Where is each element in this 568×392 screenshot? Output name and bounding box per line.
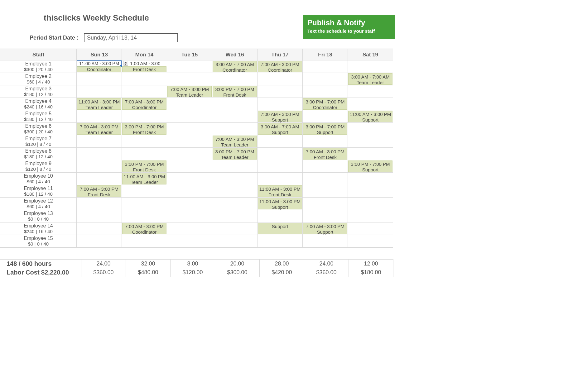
schedule-cell[interactable]	[167, 160, 212, 173]
schedule-cell[interactable]	[348, 210, 393, 222]
schedule-cell[interactable]	[212, 210, 258, 222]
schedule-cell[interactable]	[77, 173, 122, 185]
shift-block[interactable]: 11:00 AM - 3:00 PMTeam Leader	[122, 173, 166, 184]
schedule-cell[interactable]	[167, 185, 212, 198]
schedule-cell[interactable]	[303, 85, 348, 98]
shift-block[interactable]: 7:00 AM - 3:00 PMFront Desk	[303, 148, 347, 160]
shift-block[interactable]: 3:00 PM - 7:00 PMFront Desk	[213, 86, 257, 97]
schedule-cell[interactable]	[303, 173, 348, 185]
schedule-cell[interactable]	[122, 73, 167, 85]
schedule-cell[interactable]	[212, 110, 258, 123]
schedule-cell[interactable]	[348, 60, 393, 73]
shift-block[interactable]: 7:00 AM - 3:00 PMCoordinator	[258, 61, 302, 72]
schedule-cell[interactable]	[77, 148, 122, 160]
schedule-cell[interactable]	[77, 198, 122, 210]
publish-notify-button[interactable]: Publish & Notify Text the schedule to yo…	[303, 15, 395, 39]
schedule-cell[interactable]	[348, 148, 393, 160]
shift-block[interactable]: 7:00 AM - 3:00 PMTeam Leader	[167, 86, 212, 97]
schedule-cell[interactable]	[212, 160, 258, 173]
schedule-cell[interactable]: 3:00 PM - 7:00 PMSupport	[348, 160, 393, 173]
schedule-cell[interactable]	[77, 135, 122, 148]
shift-block[interactable]: 7:00 AM - 3:00 PMCoordinator	[122, 98, 166, 110]
schedule-cell[interactable]: 7:00 AM - 3:00 PMCoordinator	[258, 60, 303, 73]
schedule-cell[interactable]	[167, 148, 212, 160]
schedule-cell[interactable]	[77, 222, 122, 235]
schedule-cell[interactable]	[212, 185, 258, 198]
schedule-cell[interactable]	[303, 60, 348, 73]
schedule-cell[interactable]	[348, 185, 393, 198]
schedule-cell[interactable]: 11:00 AM - 3:00 PMSupport	[348, 110, 393, 123]
shift-block[interactable]: 7:00 AM - 3:00 PMTeam Leader	[77, 123, 121, 135]
schedule-cell[interactable]	[303, 73, 348, 85]
schedule-cell[interactable]: 7:00 AM - 3:00 PMSupport	[258, 110, 303, 123]
schedule-cell[interactable]: 11:00 AM - 3:00 PMSupport	[258, 198, 303, 210]
stepper-icon[interactable]	[123, 61, 128, 66]
schedule-cell[interactable]	[167, 222, 212, 235]
shift-block[interactable]: 3:00 PM - 7:00 PMCoordinator	[303, 98, 347, 110]
formula-cell[interactable]: 1:00 AM - 3:00 PM	[122, 60, 167, 66]
schedule-cell[interactable]	[348, 135, 393, 148]
schedule-cell[interactable]	[212, 73, 258, 85]
schedule-cell[interactable]	[122, 135, 167, 148]
schedule-cell[interactable]: 7:00 AM - 3:00 PMCoordinator	[122, 222, 167, 235]
shift-block[interactable]: 11:00 AM - 3:00 PMTeam Leader	[77, 98, 121, 110]
shift-block[interactable]: 3:00 AM - 7:00 AMCoordinator	[213, 61, 257, 72]
schedule-cell[interactable]: 3:00 PM - 7:00 PMFront Desk	[122, 123, 167, 135]
schedule-cell[interactable]	[122, 85, 167, 98]
schedule-cell[interactable]	[167, 198, 212, 210]
schedule-cell[interactable]: 3:00 AM - 7:00 AMSupport	[258, 123, 303, 135]
schedule-cell[interactable]	[167, 135, 212, 148]
schedule-cell[interactable]	[348, 198, 393, 210]
schedule-cell[interactable]	[167, 210, 212, 222]
shift-block[interactable]: Coordinator	[77, 66, 121, 72]
schedule-cell[interactable]: 11:00 AM - 3:00 PMTeam Leader	[77, 98, 122, 110]
schedule-cell[interactable]	[167, 98, 212, 110]
schedule-cell[interactable]	[122, 235, 167, 247]
schedule-cell[interactable]	[167, 235, 212, 247]
schedule-cell[interactable]	[303, 198, 348, 210]
schedule-cell[interactable]: Support	[258, 222, 303, 235]
schedule-cell[interactable]: 3:00 PM - 7:00 PMCoordinator	[303, 98, 348, 110]
schedule-cell[interactable]	[303, 185, 348, 198]
schedule-cell[interactable]	[348, 85, 393, 98]
shift-block[interactable]: 3:00 AM - 7:00 AMTeam Leader	[348, 73, 392, 85]
schedule-cell[interactable]	[303, 235, 348, 247]
schedule-cell[interactable]	[303, 135, 348, 148]
shift-block[interactable]: 3:00 PM - 7:00 PMFront Desk	[122, 123, 166, 135]
shift-block[interactable]: 7:00 AM - 3:00 PMTeam Leader	[213, 136, 257, 147]
schedule-cell[interactable]: 7:00 AM - 3:00 PMTeam Leader	[77, 123, 122, 135]
schedule-cell[interactable]: 11:00 AM - 3:00 PMTeam Leader	[122, 173, 167, 185]
schedule-cell[interactable]	[348, 235, 393, 247]
schedule-cell[interactable]	[258, 173, 303, 185]
schedule-cell[interactable]	[212, 123, 258, 135]
shift-block[interactable]: 11:00 AM - 3:00 PMSupport	[258, 198, 302, 209]
schedule-cell[interactable]	[212, 222, 258, 235]
shift-block[interactable]: 3:00 PM - 7:00 PMSupport	[348, 160, 392, 172]
schedule-cell[interactable]	[167, 60, 212, 73]
schedule-cell[interactable]	[348, 123, 393, 135]
schedule-cell[interactable]	[77, 110, 122, 123]
shift-block[interactable]: 7:00 AM - 3:00 PMSupport	[303, 223, 347, 234]
schedule-cell[interactable]	[303, 160, 348, 173]
schedule-cell[interactable]	[167, 173, 212, 185]
schedule-cell[interactable]	[122, 198, 167, 210]
schedule-cell[interactable]	[167, 73, 212, 85]
schedule-cell[interactable]	[167, 110, 212, 123]
schedule-cell[interactable]	[122, 185, 167, 198]
schedule-cell[interactable]	[212, 98, 258, 110]
schedule-cell[interactable]: 3:00 AM - 7:00 AMTeam Leader	[348, 73, 393, 85]
shift-block[interactable]: 11:00 AM - 3:00 PMFront Desk	[258, 185, 302, 197]
schedule-cell[interactable]: 7:00 AM - 3:00 PMTeam Leader	[167, 85, 212, 98]
schedule-cell[interactable]: 7:00 AM - 3:00 PMTeam Leader	[212, 135, 258, 148]
schedule-cell[interactable]	[122, 210, 167, 222]
shift-block[interactable]: Support	[258, 223, 302, 234]
schedule-cell[interactable]	[348, 98, 393, 110]
schedule-cell[interactable]	[77, 235, 122, 247]
schedule-cell[interactable]	[258, 85, 303, 98]
schedule-cell[interactable]	[258, 235, 303, 247]
shift-block[interactable]: 7:00 AM - 3:00 PMSupport	[258, 111, 302, 122]
schedule-cell[interactable]	[303, 110, 348, 123]
schedule-cell[interactable]	[348, 222, 393, 235]
shift-block[interactable]: Front Desk	[122, 66, 166, 72]
schedule-cell[interactable]	[348, 173, 393, 185]
